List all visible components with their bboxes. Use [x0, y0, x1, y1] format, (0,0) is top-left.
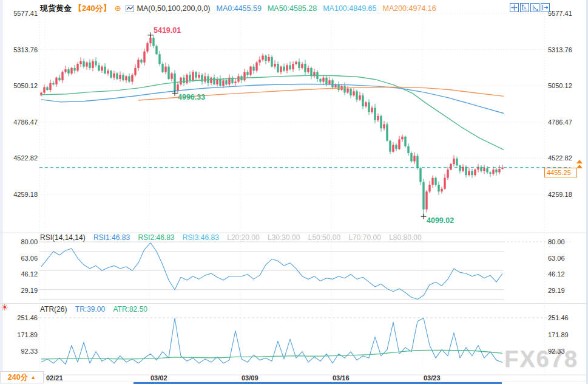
date-axis-label: 03/23 [424, 374, 441, 382]
chart-canvas[interactable]: 5419.014996.334099.025577.415577.415313.… [0, 0, 588, 384]
main-axis-label-left: 5577.41 [13, 10, 38, 17]
tr-value: TR:39.00 [75, 305, 105, 314]
main-axis-label-right: 4259.18 [548, 191, 572, 198]
rsi-axis-label-left: 46.12 [21, 270, 38, 278]
main-axis-label-right: 5050.12 [548, 82, 572, 89]
atr-axis-label-left: 251.46 [17, 314, 38, 321]
main-axis-label-left: 5313.76 [13, 46, 38, 53]
ma200-value: MA200:4974.16 [382, 4, 436, 13]
main-axis-label-right: 5313.76 [548, 46, 572, 53]
rsi-axis-label-left: 29.19 [21, 287, 38, 294]
rsi-axis-label-right: 29.19 [548, 287, 565, 294]
theme-sun-icon[interactable]: ☀ [1, 303, 8, 312]
atr-axis-label-left: 92.33 [21, 348, 38, 355]
atr-header: ATR(26) TR:39.00 ATR:82.50 [40, 305, 147, 314]
date-axis-label: 03/09 [242, 374, 259, 382]
timeframe-selector[interactable]: 240分 ▲ [0, 371, 44, 383]
pan-right-icon[interactable] [541, 3, 550, 12]
axis-scale-x-icon[interactable] [530, 3, 539, 12]
annotation-4996.33: 4996.33 [178, 93, 205, 101]
chart-header: 现货黄金 【240分】 ⊕ MA(0,50,100,200,0,0) MA0:4… [40, 3, 436, 13]
mini-chart-icon[interactable] [126, 5, 134, 12]
rsi2-value: RSI2:46.83 [138, 233, 174, 242]
ma-indicator-label[interactable]: MA(0,50,100,200,0,0) [137, 4, 211, 13]
atr-axis-label-right: 251.46 [548, 314, 569, 321]
add-indicator-icon[interactable]: ⊕ [115, 4, 121, 13]
crosshair-icon[interactable] [510, 3, 519, 12]
atr-indicator-label[interactable]: ATR(26) [40, 305, 67, 314]
main-axis-label-right: 5577.41 [548, 10, 572, 17]
axis-scale-y-icon[interactable] [520, 3, 529, 12]
rsi-level-l20: L20:20.00 [227, 233, 259, 242]
atr-axis-label-right: 171.89 [548, 331, 569, 338]
atr-axis-label-right: 92.33 [548, 348, 565, 355]
instrument-title: 现货黄金 [40, 3, 72, 14]
ma50-value: MA50:4585.28 [268, 4, 317, 13]
rsi-axis-label-right: 46.12 [548, 270, 565, 278]
atr-value: ATR:82.50 [113, 305, 147, 314]
rsi-axis-label-left: 63.06 [21, 255, 38, 262]
current-price-badge: 4455.25 [544, 168, 577, 177]
ma50-line [41, 75, 504, 149]
main-axis-label-right: 4786.47 [548, 118, 572, 126]
scroll-to-latest-icon[interactable] [576, 160, 583, 170]
date-axis-label: 03/16 [333, 374, 350, 382]
timeframe-selector-label: 240分 [8, 372, 28, 383]
atr-line [41, 350, 502, 359]
timeframe-label[interactable]: 【240分】 [74, 3, 111, 14]
candlestick-series [40, 35, 503, 216]
rsi-level-l50: L50:50.00 [308, 233, 340, 242]
rsi-header: RSI(14,14,14) RSI1:46.83 RSI2:46.83 RSI3… [40, 233, 422, 242]
rsi3-value: RSI3:46.83 [183, 233, 219, 242]
main-axis-label-left: 5050.12 [13, 82, 38, 89]
rsi1-value: RSI1:46.83 [93, 233, 130, 242]
date-axis-label: 03/02 [150, 374, 167, 382]
ma100-value: MA100:4849.65 [323, 4, 376, 13]
rsi-indicator-label[interactable]: RSI(14,14,14) [40, 233, 86, 242]
rsi-axis-label-left: 80.00 [21, 238, 38, 245]
annotation-5419.01: 5419.01 [154, 26, 181, 35]
annotation-4099.02: 4099.02 [427, 216, 454, 225]
main-axis-label-left: 4522.82 [13, 154, 38, 162]
date-axis: 02/2103/0203/0903/1603/23 [46, 374, 441, 382]
atr-axis-label-left: 171.89 [17, 331, 38, 338]
main-axis-label-right: 4522.82 [548, 154, 572, 162]
rsi-level-l70: L70:70.00 [348, 233, 380, 242]
main-axis-label-left: 4259.18 [13, 191, 38, 198]
rsi-axis-label-right: 63.06 [548, 255, 565, 262]
date-axis-label: 02/21 [46, 374, 63, 382]
rsi-level-l30: L30:30.00 [268, 233, 300, 242]
ma0-value: MA0:4455.59 [217, 4, 262, 13]
rsi-level-l80: L80:80.00 [389, 233, 421, 242]
rsi-axis-label-right: 80.00 [548, 238, 565, 245]
timeframe-dropdown-arrow-icon: ▲ [30, 374, 36, 380]
tr-line [41, 318, 502, 365]
price-annotations: 5419.014996.334099.02 [148, 26, 455, 225]
main-axis-label-left: 4786.47 [13, 118, 38, 126]
chart-toolbar [510, 3, 550, 12]
